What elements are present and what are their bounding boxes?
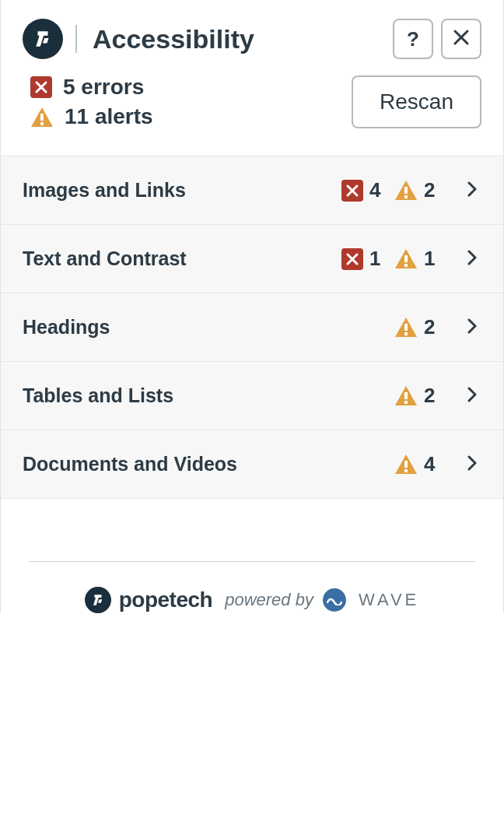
category-row-tables-lists[interactable]: Tables and Lists 2 [1,362,503,430]
alert-count: 2 [424,178,435,202]
alert-icon [394,454,418,475]
alerts-count-label: 11 alerts [65,104,153,129]
divider [75,25,77,53]
chevron-right-icon [463,387,481,405]
help-icon: ? [407,27,419,51]
alerts-summary: 11 alerts [30,104,336,129]
svg-rect-3 [404,195,408,198]
footer-wave: WAVE [359,590,419,610]
alert-icon [394,317,418,338]
error-count-group: 4 [341,178,385,202]
alert-icon [394,385,418,406]
error-icon [30,76,52,98]
category-label: Tables and Lists [23,384,332,407]
alert-icon [30,107,54,128]
category-label: Text and Contrast [23,247,332,270]
category-row-documents-videos[interactable]: Documents and Videos 4 [1,430,503,499]
panel-title: Accessibility [93,24,380,54]
popetech-logo-icon [85,587,111,613]
error-icon [341,180,363,202]
rescan-button[interactable]: Rescan [352,75,481,128]
category-row-images-links[interactable]: Images and Links 4 2 [1,156,503,225]
svg-rect-9 [404,401,408,404]
svg-rect-8 [404,392,408,399]
category-label: Documents and Videos [23,453,332,475]
category-label: Images and Links [23,179,332,202]
alert-count-group: 2 [394,384,438,408]
category-row-headings[interactable]: Headings 2 [1,293,503,362]
svg-rect-4 [404,255,408,262]
errors-count-label: 5 errors [63,75,144,100]
svg-rect-7 [404,332,408,335]
footer-powered-by: powered by [225,590,313,610]
category-list: Images and Links 4 2 Text and Contrast [1,156,503,499]
category-label: Headings [23,316,332,339]
svg-rect-11 [404,469,408,472]
alert-count-group: 4 [394,452,438,476]
error-icon [341,248,363,270]
alert-count: 2 [424,384,435,408]
chevron-right-icon [463,181,481,200]
svg-rect-0 [40,114,44,121]
panel-header: Accessibility ? [1,0,503,75]
chevron-right-icon [463,455,481,474]
error-count: 1 [369,247,380,271]
alert-icon [394,248,418,269]
svg-rect-10 [404,461,408,468]
close-button[interactable] [441,19,481,59]
accessibility-panel: Accessibility ? 5 errors [0,0,504,613]
alert-count-group: 2 [394,315,438,339]
popetech-logo-icon [23,19,63,59]
footer: popetech powered by WAVE [29,561,475,613]
wave-logo-icon [323,588,346,612]
alert-count: 2 [424,315,435,339]
alert-count: 1 [424,247,435,271]
chevron-right-icon [463,318,481,337]
alert-count: 4 [424,452,435,476]
svg-rect-6 [404,324,408,331]
error-count-group: 1 [341,247,385,271]
svg-rect-1 [40,122,44,125]
category-row-text-contrast[interactable]: Text and Contrast 1 1 [1,225,503,293]
svg-rect-5 [404,264,408,267]
close-icon [453,27,470,51]
alert-icon [394,180,418,201]
help-button[interactable]: ? [393,19,433,59]
footer-brand: popetech [119,588,212,612]
errors-summary: 5 errors [30,75,336,100]
alert-count-group: 1 [394,247,438,271]
svg-rect-2 [404,187,408,194]
alert-count-group: 2 [394,178,438,202]
chevron-right-icon [463,250,481,268]
summary-row: 5 errors 11 alerts Rescan [1,75,503,156]
error-count: 4 [369,178,380,202]
